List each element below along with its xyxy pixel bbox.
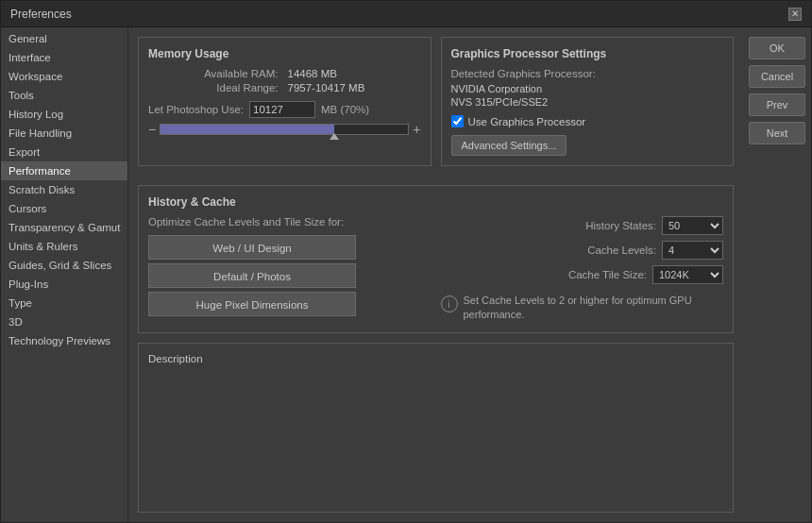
gpu-section: Graphics Processor Settings Detected Gra… bbox=[441, 37, 735, 166]
hc-right: History States: 50 20 100 Cache Levels: … bbox=[441, 216, 724, 323]
cache-levels-row: Cache Levels: 4 2 6 bbox=[441, 241, 724, 260]
use-gpu-checkbox[interactable] bbox=[451, 115, 464, 127]
sidebar-item-plug-ins[interactable]: Plug-Ins bbox=[1, 275, 127, 294]
sidebar-item-performance[interactable]: Performance bbox=[1, 161, 127, 180]
web-ui-design-button[interactable]: Web / UI Design bbox=[148, 235, 356, 260]
memory-slider-row: − + bbox=[148, 122, 421, 137]
sidebar-item-units-rulers[interactable]: Units & Rulers bbox=[1, 237, 127, 256]
optimize-label: Optimize Cache Levels and Tile Size for: bbox=[148, 216, 431, 228]
cache-levels-label: Cache Levels: bbox=[587, 245, 656, 256]
gpu-model: NVS 315/PCIe/SSE2 bbox=[451, 96, 724, 108]
memory-section-title: Memory Usage bbox=[148, 47, 421, 60]
preferences-dialog: Preferences ✕ General Interface Workspac… bbox=[0, 0, 812, 523]
close-button[interactable]: ✕ bbox=[788, 8, 802, 21]
cache-tile-select[interactable]: 1024K 512K 2048K bbox=[652, 265, 723, 284]
prev-button[interactable]: Prev bbox=[749, 93, 805, 116]
main-content: Memory Usage Available RAM: 14468 MB Ide… bbox=[128, 27, 743, 522]
sidebar-item-history-log[interactable]: History Log bbox=[1, 105, 127, 124]
top-sections: Memory Usage Available RAM: 14468 MB Ide… bbox=[138, 37, 734, 176]
info-text: Set Cache Levels to 2 or higher for opti… bbox=[464, 294, 724, 323]
info-icon: i bbox=[441, 295, 458, 312]
title-bar: Preferences ✕ bbox=[1, 1, 811, 27]
gpu-name: NVIDIA Corporation bbox=[451, 83, 724, 94]
memory-use-pct: MB (70%) bbox=[321, 104, 369, 115]
memory-use-input[interactable] bbox=[249, 101, 315, 118]
sidebar-item-guides-grid-slices[interactable]: Guides, Grid & Slices bbox=[1, 256, 127, 275]
memory-slider[interactable] bbox=[160, 124, 409, 135]
gpu-detected-label: Detected Graphics Processor: bbox=[451, 68, 724, 79]
use-gpu-label: Use Graphics Processor bbox=[468, 116, 586, 127]
dialog-body: General Interface Workspace Tools Histor… bbox=[1, 27, 811, 522]
sidebar-item-type[interactable]: Type bbox=[1, 294, 127, 312]
slider-fill bbox=[161, 125, 333, 134]
sidebar-item-3d[interactable]: 3D bbox=[1, 312, 127, 331]
gpu-info-row: i Set Cache Levels to 2 or higher for op… bbox=[441, 294, 724, 323]
default-photos-button[interactable]: Default / Photos bbox=[148, 263, 356, 288]
right-buttons-panel: OK Cancel Prev Next bbox=[743, 27, 811, 522]
ideal-range-label: Ideal Range: bbox=[148, 82, 279, 93]
memory-use-row: Let Photoshop Use: MB (70%) bbox=[148, 101, 421, 118]
next-button[interactable]: Next bbox=[749, 122, 805, 144]
gpu-checkbox-row: Use Graphics Processor bbox=[451, 115, 724, 127]
hc-content: Optimize Cache Levels and Tile Size for:… bbox=[148, 216, 723, 323]
sidebar-item-workspace[interactable]: Workspace bbox=[1, 67, 127, 86]
history-states-label: History States: bbox=[585, 220, 656, 231]
dialog-title: Preferences bbox=[10, 8, 72, 21]
cache-tile-row: Cache Tile Size: 1024K 512K 2048K bbox=[441, 265, 724, 284]
slider-thumb bbox=[330, 133, 339, 140]
sidebar-item-technology-previews[interactable]: Technology Previews bbox=[1, 331, 127, 350]
huge-pixel-button[interactable]: Huge Pixel Dimensions bbox=[148, 292, 356, 316]
sidebar-item-scratch-disks[interactable]: Scratch Disks bbox=[1, 180, 127, 199]
history-states-select[interactable]: 50 20 100 bbox=[662, 216, 723, 235]
sidebar-item-export[interactable]: Export bbox=[1, 143, 127, 161]
history-states-row: History States: 50 20 100 bbox=[441, 216, 724, 235]
slider-minus-icon[interactable]: − bbox=[148, 122, 156, 137]
sidebar: General Interface Workspace Tools Histor… bbox=[1, 27, 128, 522]
sidebar-item-tools[interactable]: Tools bbox=[1, 86, 127, 105]
description-section: Description bbox=[138, 343, 734, 513]
hc-left: Optimize Cache Levels and Tile Size for:… bbox=[148, 216, 431, 323]
sidebar-item-interface[interactable]: Interface bbox=[1, 48, 127, 67]
sidebar-item-transparency-gamut[interactable]: Transparency & Gamut bbox=[1, 218, 127, 237]
sidebar-item-file-handling[interactable]: File Handling bbox=[1, 124, 127, 143]
available-ram-value: 14468 MB bbox=[288, 68, 421, 79]
description-title: Description bbox=[148, 353, 723, 364]
ok-button[interactable]: OK bbox=[749, 37, 805, 59]
advanced-settings-button[interactable]: Advanced Settings... bbox=[451, 135, 567, 156]
available-ram-label: Available RAM: bbox=[148, 68, 279, 79]
sidebar-item-general[interactable]: General bbox=[1, 29, 127, 48]
slider-plus-icon[interactable]: + bbox=[413, 122, 420, 137]
memory-use-label: Let Photoshop Use: bbox=[148, 104, 244, 115]
memory-grid: Available RAM: 14468 MB Ideal Range: 795… bbox=[148, 68, 421, 93]
ideal-range-value: 7957-10417 MB bbox=[288, 82, 421, 93]
sidebar-item-cursors[interactable]: Cursors bbox=[1, 199, 127, 218]
history-cache-title: History & Cache bbox=[148, 195, 723, 209]
history-cache-section: History & Cache Optimize Cache Levels an… bbox=[138, 185, 734, 333]
cache-tile-label: Cache Tile Size: bbox=[568, 269, 647, 280]
cancel-button[interactable]: Cancel bbox=[749, 65, 805, 88]
cache-levels-select[interactable]: 4 2 6 bbox=[662, 241, 723, 260]
memory-section: Memory Usage Available RAM: 14468 MB Ide… bbox=[138, 37, 431, 166]
gpu-section-title: Graphics Processor Settings bbox=[451, 47, 724, 60]
